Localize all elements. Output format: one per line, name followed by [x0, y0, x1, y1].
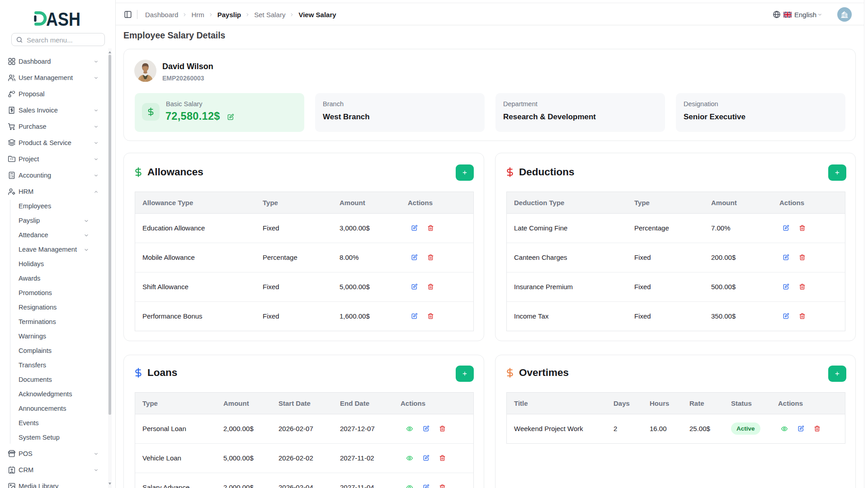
svg-text:ASH: ASH: [46, 10, 80, 26]
